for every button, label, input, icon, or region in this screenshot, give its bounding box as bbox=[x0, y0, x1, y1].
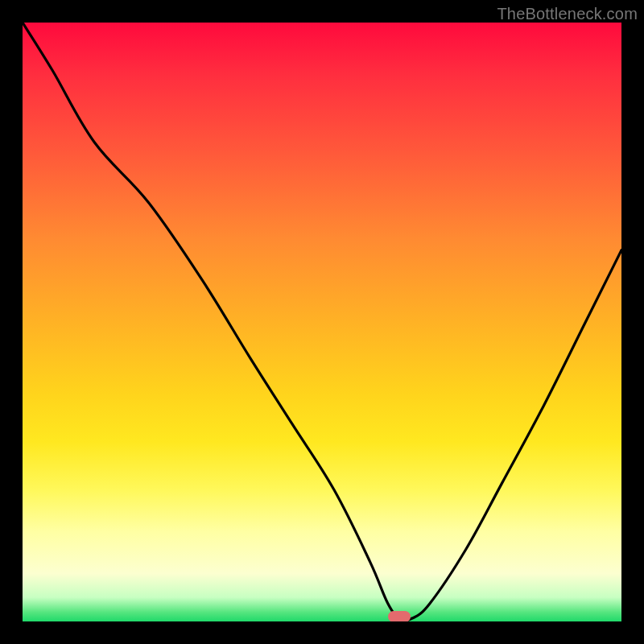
chart-frame: TheBottleneck.com bbox=[0, 0, 644, 644]
watermark-text: TheBottleneck.com bbox=[497, 5, 638, 23]
curve-path bbox=[23, 23, 621, 621]
plot-area bbox=[23, 23, 621, 621]
optimum-marker bbox=[388, 611, 411, 621]
bottleneck-curve bbox=[23, 23, 621, 621]
